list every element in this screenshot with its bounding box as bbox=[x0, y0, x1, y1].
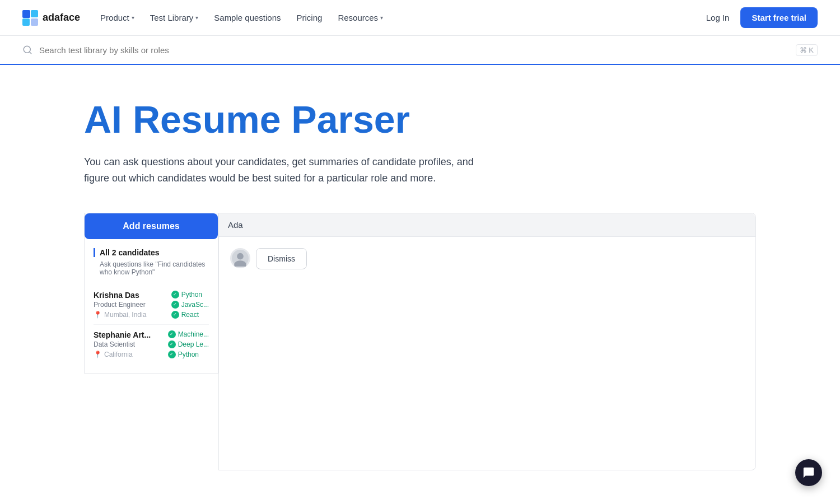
skill-check-icon bbox=[168, 330, 176, 338]
svg-rect-3 bbox=[31, 18, 38, 26]
nav-right: Log In Start free trial bbox=[706, 7, 818, 28]
nav-test-library-label: Test Library bbox=[150, 13, 194, 22]
logo-text: adaface bbox=[43, 12, 80, 24]
chat-support-button[interactable] bbox=[795, 459, 822, 486]
nav-pricing-label: Pricing bbox=[297, 13, 323, 22]
candidate-info: Stephanie Art... Data Scientist 📍 Califo… bbox=[94, 330, 168, 358]
skill-tag: Machine... bbox=[168, 330, 209, 338]
candidates-section: All 2 candidates Ask questions like "Fin… bbox=[84, 239, 218, 374]
left-panel: Add resumes All 2 candidates Ask questio… bbox=[84, 213, 218, 374]
add-resumes-button[interactable]: Add resumes bbox=[85, 213, 218, 239]
skill-check-icon bbox=[168, 351, 176, 358]
demo-area: Add resumes All 2 candidates Ask questio… bbox=[84, 213, 756, 470]
candidate-role: Data Scientist bbox=[94, 340, 168, 348]
product-chevron-icon: ▾ bbox=[132, 15, 134, 21]
location-icon: 📍 bbox=[94, 311, 102, 319]
test-library-chevron-icon: ▾ bbox=[195, 15, 198, 21]
nav-item-sample-questions[interactable]: Sample questions bbox=[214, 13, 281, 22]
skill-tag: React bbox=[171, 311, 199, 319]
skill-tag: Python bbox=[168, 351, 199, 358]
message-row: Dismiss bbox=[230, 248, 744, 269]
candidate-row[interactable]: Krishna Das Product Engineer 📍 Mumbai, I… bbox=[94, 285, 209, 325]
navigation: adaface Product ▾ Test Library ▾ Sample … bbox=[0, 0, 840, 36]
hero-title: AI Resume Parser bbox=[84, 99, 465, 141]
skill-check-icon bbox=[171, 301, 179, 309]
candidates-title: All 2 candidates bbox=[100, 248, 160, 257]
nav-links: Product ▾ Test Library ▾ Sample question… bbox=[100, 13, 383, 22]
svg-rect-2 bbox=[22, 18, 30, 26]
candidate-location: 📍 Mumbai, India bbox=[94, 311, 171, 319]
candidate-name: Stephanie Art... bbox=[94, 330, 168, 339]
search-bar: ⌘ K bbox=[0, 36, 840, 65]
dismiss-button[interactable]: Dismiss bbox=[256, 248, 307, 269]
resources-chevron-icon: ▾ bbox=[380, 15, 383, 21]
right-panel: Ada Dismiss bbox=[218, 213, 756, 470]
skill-check-icon bbox=[171, 291, 179, 298]
svg-line-5 bbox=[29, 52, 31, 53]
nav-item-pricing[interactable]: Pricing bbox=[297, 13, 323, 22]
nav-item-test-library[interactable]: Test Library ▾ bbox=[150, 13, 199, 22]
location-icon: 📍 bbox=[94, 351, 102, 358]
logo-icon bbox=[22, 10, 38, 26]
search-icon bbox=[22, 45, 32, 55]
search-input[interactable] bbox=[39, 45, 789, 55]
candidate-skills: Python JavaSc... React bbox=[171, 291, 209, 319]
chat-support-icon bbox=[802, 466, 815, 479]
skill-tag: Python bbox=[171, 291, 202, 298]
candidate-name: Krishna Das bbox=[94, 291, 171, 300]
start-trial-button[interactable]: Start free trial bbox=[740, 7, 818, 28]
nav-item-product[interactable]: Product ▾ bbox=[100, 13, 134, 22]
search-shortcut: ⌘ K bbox=[796, 44, 818, 56]
svg-rect-0 bbox=[22, 10, 30, 18]
candidates-header: All 2 candidates bbox=[94, 248, 209, 257]
nav-product-label: Product bbox=[100, 13, 129, 22]
nav-item-resources[interactable]: Resources ▾ bbox=[338, 13, 383, 22]
chat-body: Dismiss bbox=[219, 237, 755, 470]
svg-rect-1 bbox=[31, 10, 38, 17]
candidate-skills: Machine... Deep Le... Python bbox=[168, 330, 209, 358]
chat-header: Ada bbox=[219, 213, 755, 237]
avatar bbox=[230, 248, 250, 268]
skill-tag: JavaSc... bbox=[171, 301, 209, 309]
nav-sample-questions-label: Sample questions bbox=[214, 13, 281, 22]
candidate-role: Product Engineer bbox=[94, 301, 171, 309]
skill-check-icon bbox=[168, 340, 176, 348]
login-button[interactable]: Log In bbox=[706, 13, 730, 22]
candidate-info: Krishna Das Product Engineer 📍 Mumbai, I… bbox=[94, 291, 171, 319]
skill-tag: Deep Le... bbox=[168, 340, 209, 348]
logo[interactable]: adaface bbox=[22, 10, 80, 26]
candidates-hint: Ask questions like "Find candidates who … bbox=[94, 260, 209, 276]
skill-check-icon bbox=[171, 311, 179, 319]
nav-resources-label: Resources bbox=[338, 13, 378, 22]
candidate-row[interactable]: Stephanie Art... Data Scientist 📍 Califo… bbox=[94, 325, 209, 364]
main-content: AI Resume Parser You can ask questions a… bbox=[0, 65, 840, 470]
hero-subtitle: You can ask questions about your candida… bbox=[84, 154, 487, 186]
svg-point-7 bbox=[237, 253, 244, 260]
candidate-location: 📍 California bbox=[94, 351, 168, 358]
